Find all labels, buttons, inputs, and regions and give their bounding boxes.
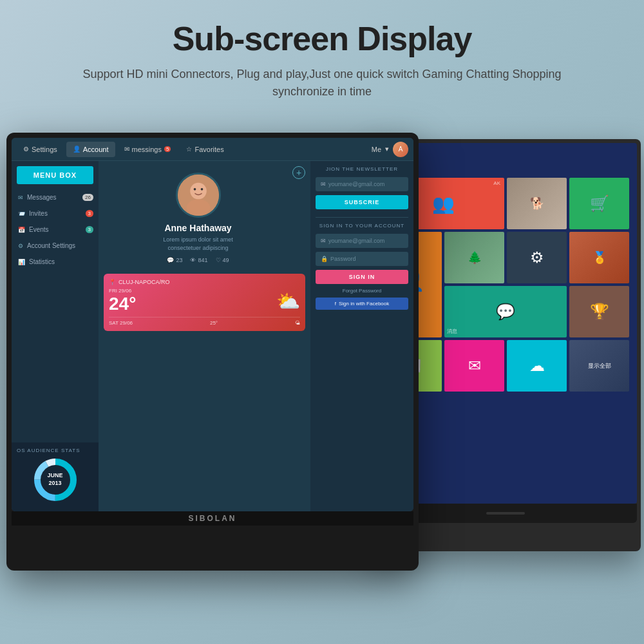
tile-chat[interactable]: 💬 消息 (444, 286, 567, 337)
tile-text[interactable]: 显示全部 (569, 340, 629, 392)
svg-point-9 (200, 188, 203, 191)
nav-tab-messages[interactable]: ✉ messings 5 (118, 142, 178, 157)
tile-photo3[interactable]: 🏅 (569, 232, 629, 283)
tile-weather[interactable]: ☁ (507, 340, 567, 392)
donut-chart: JUNE 2013 (33, 457, 78, 502)
message-icon: ✉ (18, 194, 23, 201)
tile-photo2[interactable]: 🌲 (444, 232, 504, 283)
messages-badge: 5 (164, 146, 171, 152)
header: Sub-screen Display Support HD mini Conne… (0, 0, 644, 113)
center-panel: + (99, 161, 310, 511)
sidebar-item-invites[interactable]: 📨 Invites 3 (12, 205, 99, 222)
lock-icon: 🔒 (321, 256, 328, 262)
heart-icon: ♡ (216, 257, 221, 263)
left-screen: ⚙ Settings 👤 Account ✉ messings 5 ☆ F (12, 138, 413, 511)
page-title: Sub-screen Display (52, 19, 592, 58)
email-icon: ✉ (321, 181, 326, 187)
tiles-grid: 👥 AK 🐕 🛒 👤 人脉 🌲 (382, 178, 629, 392)
settings-gear-icon: ⚙ (18, 243, 23, 249)
nav-tab-account[interactable]: 👤 Account (66, 142, 115, 157)
svg-point-7 (186, 199, 210, 216)
forgot-password-link[interactable]: Forgot Password (316, 288, 408, 294)
audience-stats: OS AUDIENCE STATS JUN (12, 442, 99, 511)
events-badge: 3 (86, 226, 93, 233)
mail-icon: ✉ (124, 146, 129, 153)
tile-settings[interactable]: ⚙ (507, 232, 567, 283)
email-icon-2: ✉ (321, 238, 326, 244)
sidebar-item-messages[interactable]: ✉ Messages 26 (12, 189, 99, 205)
svg-point-8 (193, 188, 196, 191)
password-field[interactable]: 🔒 Password (316, 252, 408, 266)
weather-location: 📍 CLUJ-NAPOCA/RO (109, 279, 300, 285)
avatar (176, 173, 221, 218)
newsletter-email-field[interactable]: ✉ youmane@gmail.com (316, 177, 408, 191)
sign-in-title: SIGN IN TO YOUR ACCOUNT (316, 223, 408, 229)
menu-box-button[interactable]: MENU BOX (17, 166, 93, 184)
profile-name: Anne Hathaway (164, 223, 231, 233)
top-nav: ⚙ Settings 👤 Account ✉ messings 5 ☆ F (12, 138, 413, 161)
laptop-hinge (486, 512, 525, 515)
tile-photo1[interactable]: 🐕 (507, 178, 567, 229)
sign-in-email-field[interactable]: ✉ youmane@gmail.com (316, 234, 408, 248)
nav-tab-favorites[interactable]: ☆ Favorites (180, 142, 230, 157)
add-button[interactable]: + (292, 166, 305, 179)
subscribe-button[interactable]: SUBSCRIE (316, 195, 408, 209)
weather-temperature: 24° (109, 294, 136, 314)
sidebar-item-events[interactable]: 📅 Events 3 (12, 222, 99, 238)
account-icon: 👤 (73, 146, 80, 153)
star-icon: ☆ (186, 146, 192, 153)
stats-title: OS AUDIENCE STATS (17, 448, 93, 453)
brand-bar: SIBOLAN (12, 511, 413, 526)
sidebar-item-account-settings[interactable]: ⚙ Account Settings (12, 238, 99, 254)
weather-tomorrow: SAT 29/06 25° 🌤 (109, 317, 300, 326)
invites-icon: 📨 (18, 211, 25, 217)
tile-mail[interactable]: ✉ (444, 340, 504, 392)
avatar: A (393, 142, 408, 157)
sign-in-button[interactable]: SIGN IN (316, 270, 408, 284)
facebook-sign-in-button[interactable]: f Sign in with Facebook (316, 298, 408, 310)
profile-section: Anne Hathaway Lorem ipsum dolor sit amet… (104, 166, 292, 269)
settings-icon: ⚙ (23, 146, 29, 153)
tile-trophy[interactable]: 🏆 (569, 286, 629, 337)
comments-stat: 💬 23 (167, 257, 182, 263)
weather-card: 📍 CLUJ-NAPOCA/RO FRI 29/06 24° ⛅ (104, 274, 305, 331)
comment-icon: 💬 (167, 257, 174, 263)
app-interface: ⚙ Settings 👤 Account ✉ messings 5 ☆ F (12, 138, 413, 511)
divider (316, 217, 408, 218)
tile-people-label: AK (493, 180, 500, 186)
nav-tab-settings[interactable]: ⚙ Settings (17, 142, 64, 157)
likes-stat: ♡ 49 (216, 257, 229, 263)
eye-icon: 👁 (190, 257, 196, 263)
profile-bio: Lorem ipsum dolor sit amet consectetuer … (163, 236, 233, 252)
page-subtitle: Support HD mini Connectors, Plug and pla… (52, 66, 592, 100)
main-content: MENU BOX ✉ Messages 26 📨 Invites 3 (12, 161, 413, 511)
events-icon: 📅 (18, 227, 25, 233)
donut-center: JUNE 2013 (47, 472, 62, 487)
chevron-down-icon: ▾ (385, 145, 389, 153)
messages-count-badge: 26 (82, 194, 93, 201)
sidebar: MENU BOX ✉ Messages 26 📨 Invites 3 (12, 161, 99, 511)
windows-start-title: 开始 (382, 151, 629, 170)
sidebar-item-statistics[interactable]: 📊 Statistics (12, 254, 99, 270)
nav-right: Me ▾ A (372, 142, 408, 157)
views-stat: 👁 841 (190, 257, 207, 263)
left-monitor: ⚙ Settings 👤 Account ✉ messings 5 ☆ F (6, 133, 419, 571)
weather-cloud-icon: ⛅ (276, 290, 300, 312)
facebook-icon: f (335, 301, 336, 307)
location-pin-icon: 📍 (109, 279, 116, 285)
invites-badge: 3 (86, 210, 93, 217)
statistics-icon: 📊 (18, 259, 25, 265)
profile-stats: 💬 23 👁 841 ♡ 49 (167, 257, 229, 263)
newsletter-title: JION THE NEWSLETTER (316, 166, 408, 172)
weather-date-fri: FRI 29/06 (109, 288, 136, 294)
weather-tomorrow-icon: 🌤 (295, 320, 300, 326)
svg-point-6 (190, 183, 207, 200)
tile-store[interactable]: 🛒 (569, 178, 629, 229)
right-panel: JION THE NEWSLETTER ✉ youmane@gmail.com … (310, 161, 413, 511)
weather-main: FRI 29/06 24° ⛅ (109, 288, 300, 314)
monitors-container: ⚙ Settings 👤 Account ✉ messings 5 ☆ F (0, 120, 644, 583)
